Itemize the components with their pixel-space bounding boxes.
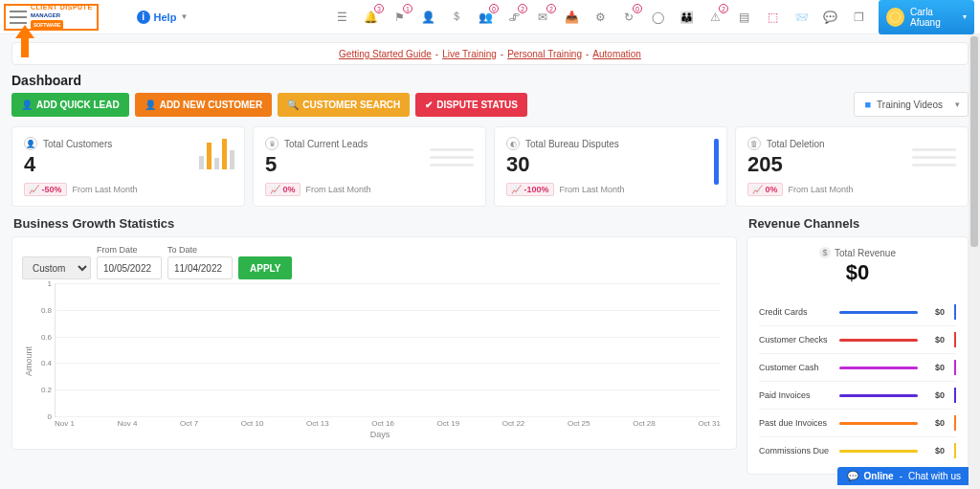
link-icon[interactable]: 🖇2 [505,9,523,26]
envelope-open-icon[interactable]: 📨 [792,9,810,26]
stack-icon[interactable]: ▤ [735,9,752,26]
sparkline-icon [912,148,956,167]
check-circle-icon: ✔ [425,100,433,110]
from-date-input[interactable] [97,256,162,279]
mail-icon[interactable]: ✉2 [534,9,551,26]
range-select[interactable]: Custom [22,256,91,279]
user-icon[interactable]: 👤 [419,9,436,26]
chat-icon[interactable]: 💬 [821,9,838,26]
logo-line2: MANAGER [31,11,93,19]
chat-text: Chat with us [908,471,961,475]
user-icon: 👤 [24,137,37,150]
link-automation[interactable]: Automation [592,49,641,59]
to-date-label: To Date [167,245,233,255]
scrollbar[interactable] [969,34,980,475]
add-quick-lead-button[interactable]: 👤ADD QUICK LEAD [11,93,129,117]
revenue-panel: $Total Revenue $0 Credit Cards$0 Custome… [746,236,969,475]
add-new-customer-button[interactable]: 👤ADD NEW CUSTOMER [135,93,273,117]
dispute-status-button[interactable]: ✔DISPUTE STATUS [415,93,527,117]
revenue-section: Revenue Channels $Total Revenue $0 Credi… [746,216,969,475]
list-icon[interactable]: ☰ [333,9,350,26]
channel-commissions-due: Commissions Due$0 [759,437,956,464]
group-icon[interactable]: 👪 [678,9,695,26]
warning-icon[interactable]: ⚠2 [706,9,724,26]
hamburger-menu-icon[interactable] [10,11,27,24]
sitemap-icon[interactable]: ⚙ [591,9,609,26]
crown-icon: ♛ [265,137,278,150]
dollar-icon[interactable]: ＄ [448,9,465,26]
growth-chart: Amount 1 0.8 0.6 0.4 0.2 0 Nov 1Nov 4Oct… [22,283,726,439]
people-icon[interactable]: 👥0 [477,9,494,26]
video-icon: ■ [864,99,871,110]
delta-pill: 📈 -50% [24,183,67,196]
growth-panel: Custom From Date To Date APPLY Amount 1 [11,236,737,450]
help-label: Help [154,11,177,23]
link-getting-started[interactable]: Getting Started Guide [339,49,432,59]
chart-grid: 1 0.8 0.6 0.4 0.2 0 [55,283,721,417]
logo: CLIENT DISPUTE MANAGER SOFTWARE [31,4,93,30]
channel-paid-invoices: Paid Invoices$0 [759,382,956,410]
quick-links-bar: Getting Started Guide- Live Training- Pe… [11,42,969,65]
training-videos-label: Training Videos [877,100,943,110]
total-bureau-value: 30 [506,152,715,177]
chat-status: Online [864,471,894,475]
avatar [886,8,904,27]
growth-filters: Custom From Date To Date APPLY [22,245,726,279]
top-icon-tray: ☰ 🔔3 ⚑1 👤 ＄ 👥0 🖇2 ✉2 📥 ⚙ ↻0 ◯ 👪 ⚠2 ▤ ⬚ 📨… [333,0,980,34]
link-live-training[interactable]: Live Training [442,49,497,59]
page-title: Dashboard [11,73,969,88]
revenue-heading: Revenue Channels [746,216,969,236]
card-total-customers: 👤Total Customers 4 📈 -50%From Last Month [11,126,245,207]
user-plus-icon: 👤 [145,100,156,110]
to-date-input[interactable] [167,256,233,279]
money-icon[interactable]: ⬚ [764,9,781,26]
card-total-bureau-disputes: ◐Total Bureau Disputes 30 📈 -100%From La… [494,126,727,207]
help-menu[interactable]: i Help ▼ [137,11,189,24]
link-personal-training[interactable]: Personal Training [507,49,582,59]
delta-pill: 📈 -100% [506,183,554,196]
sparkbars-icon [199,137,234,169]
training-videos-dropdown[interactable]: ■ Training Videos ▾ [854,92,969,117]
copy-icon[interactable]: ❐ [850,9,867,26]
channel-credit-cards: Credit Cards$0 [759,299,956,326]
card-total-leads: ♛Total Current Leads 5 📈 0%From Last Mon… [253,126,486,207]
flag-icon[interactable]: ⚑1 [390,9,408,26]
dollar-icon: $ [819,247,831,258]
channel-customer-checks: Customer Checks$0 [759,326,956,354]
inbox-icon[interactable]: 📥 [563,9,580,26]
revenue-channels: Credit Cards$0 Customer Checks$0 Custome… [759,299,956,464]
bell-icon[interactable]: 🔔3 [362,9,379,26]
growth-heading: Business Growth Statistics [11,216,737,236]
business-growth-section: Business Growth Statistics Custom From D… [11,216,737,475]
delta-pill: 📈 0% [265,183,301,196]
circle-icon[interactable]: ◯ [649,9,666,26]
vertical-bar-icon [714,139,719,185]
stat-cards: 👤Total Customers 4 📈 -50%From Last Month… [0,126,980,207]
history-icon[interactable]: ↻0 [620,9,637,26]
page-header: Dashboard [0,65,980,92]
channel-past-due-invoices: Past due Invoices$0 [759,410,956,437]
chat-widget[interactable]: 💬 Online - Chat with us [837,467,971,475]
chevron-down-icon: ▾ [963,12,967,21]
svg-marker-0 [15,25,34,57]
sparkline-icon [430,148,474,167]
user-plus-icon: 👤 [21,100,33,110]
total-revenue-value: $0 [759,260,956,285]
x-axis-label: Days [33,430,726,439]
trash-icon: 🗑 [747,137,761,150]
delta-pill: 📈 0% [747,183,783,196]
customer-search-button[interactable]: 🔍CUSTOMER SEARCH [278,93,410,117]
info-icon: i [137,11,150,24]
callout-arrow-icon [13,25,36,59]
chevron-down-icon: ▼ [180,12,188,21]
action-buttons: 👤ADD QUICK LEAD 👤ADD NEW CUSTOMER 🔍CUSTO… [0,92,980,126]
user-menu[interactable]: Carla Afuang ▾ [879,0,974,34]
topbar: CLIENT DISPUTE MANAGER SOFTWARE i Help ▼… [0,0,980,34]
logo-line1: CLIENT DISPUTE [31,4,93,11]
chevron-down-icon: ▾ [955,100,960,109]
chat-bubble-icon: 💬 [847,471,858,475]
apply-button[interactable]: APPLY [238,256,292,279]
total-revenue: $Total Revenue $0 [759,247,956,285]
channel-customer-cash: Customer Cash$0 [759,354,956,382]
card-total-deletion: 🗑Total Deletion 205 📈 0%From Last Month [735,126,969,207]
